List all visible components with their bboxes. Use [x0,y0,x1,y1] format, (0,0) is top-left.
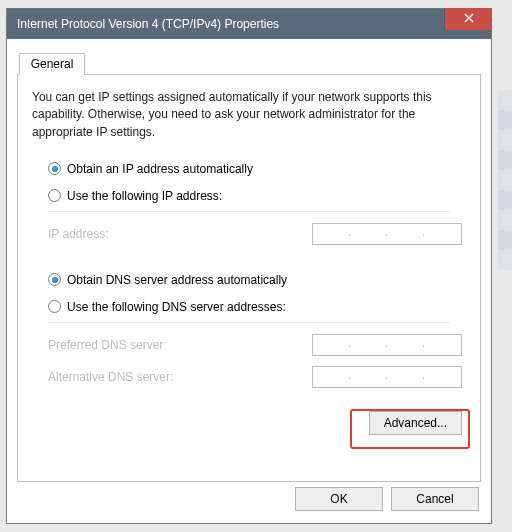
dns-preferred-input: . . . [312,334,462,356]
radio-ip-manual-label: Use the following IP address: [67,189,222,203]
dns-alternate-label: Alternative DNS server: [48,370,248,384]
divider [48,211,450,212]
advanced-button[interactable]: Advanced... [369,411,462,435]
tab-panel: You can get IP settings assigned automat… [17,74,481,482]
radio-ip-auto-label: Obtain an IP address automatically [67,162,253,176]
ok-button-label: OK [330,492,347,506]
radio-ip-auto[interactable] [48,162,61,175]
ip-dot-icon: . [348,337,351,349]
background-decor [498,90,512,270]
tab-general[interactable]: General [19,53,85,75]
dns-group: Obtain DNS server address automatically … [36,268,462,391]
close-button[interactable] [444,8,492,30]
radio-ip-auto-row[interactable]: Obtain an IP address automatically [48,157,462,180]
properties-window: Internet Protocol Version 4 (TCP/IPv4) P… [6,8,492,524]
ip-dot-icon: . [422,226,425,238]
ip-dot-icon: . [385,369,388,381]
radio-ip-manual[interactable] [48,189,61,202]
divider [48,322,450,323]
dns-alternate-input: . . . [312,366,462,388]
ip-address-input: . . . [312,223,462,245]
radio-dns-manual-row[interactable]: Use the following DNS server addresses: [48,295,462,318]
titlebar[interactable]: Internet Protocol Version 4 (TCP/IPv4) P… [7,9,491,39]
ip-group: Obtain an IP address automatically Use t… [36,157,462,248]
radio-dns-auto[interactable] [48,273,61,286]
radio-dns-auto-row[interactable]: Obtain DNS server address automatically [48,268,462,291]
ip-address-label: IP address: [48,227,248,241]
dialog-footer: OK Cancel [295,487,479,511]
close-icon [464,12,474,26]
ip-dot-icon: . [348,369,351,381]
dns-preferred-label: Preferred DNS server: [48,338,248,352]
tab-label: General [31,57,74,71]
ok-button[interactable]: OK [295,487,383,511]
advanced-button-label: Advanced... [384,416,447,430]
ip-dot-icon: . [385,337,388,349]
client-area: General You can get IP settings assigned… [17,53,481,475]
ip-dot-icon: . [422,337,425,349]
intro-text: You can get IP settings assigned automat… [32,89,466,141]
cancel-button-label: Cancel [416,492,453,506]
advanced-row: Advanced... [36,411,462,435]
radio-dns-auto-label: Obtain DNS server address automatically [67,273,287,287]
ip-dot-icon: . [348,226,351,238]
radio-dns-manual-label: Use the following DNS server addresses: [67,300,286,314]
ip-dot-icon: . [385,226,388,238]
dns-preferred-row: Preferred DNS server: . . . [48,331,462,359]
cancel-button[interactable]: Cancel [391,487,479,511]
dns-alternate-row: Alternative DNS server: . . . [48,363,462,391]
ip-dot-icon: . [422,369,425,381]
radio-ip-manual-row[interactable]: Use the following IP address: [48,184,462,207]
window-title: Internet Protocol Version 4 (TCP/IPv4) P… [17,17,279,31]
ip-address-row: IP address: . . . [48,220,462,248]
radio-dns-manual[interactable] [48,300,61,313]
